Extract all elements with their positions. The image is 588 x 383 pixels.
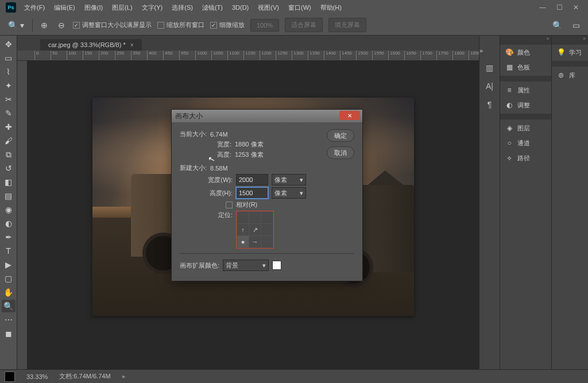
cur-width-label: 宽度:: [197, 140, 231, 149]
paragraph-panel-icon[interactable]: ¶: [488, 100, 492, 109]
close-tab-icon[interactable]: ×: [130, 42, 134, 48]
panel-properties[interactable]: ≡属性: [500, 83, 551, 98]
width-input[interactable]: [236, 174, 268, 185]
zoom-level[interactable]: 33.33%: [26, 373, 48, 380]
scrubby-zoom-label: 细微缩放: [219, 21, 245, 29]
color-swatch[interactable]: ◼: [2, 327, 16, 340]
panel-collapse-handle[interactable]: »: [500, 36, 551, 45]
menu-bar: Ps 文件(F) 编辑(E) 图像(I) 图层(L) 文字(Y) 选择(S) 滤…: [0, 0, 588, 15]
menu-window[interactable]: 窗口(W): [284, 1, 316, 14]
paths-icon: ⟡: [505, 153, 514, 163]
collapsed-panel-strip: » ▥ A| ¶: [479, 36, 500, 369]
divider: [32, 19, 33, 32]
panel-color[interactable]: 🎨颜色: [500, 45, 551, 60]
window-controls: — ☐ ✕: [539, 3, 586, 11]
close-button[interactable]: ✕: [573, 3, 579, 11]
history-brush-tool[interactable]: ↺: [2, 162, 16, 175]
blur-tool[interactable]: ◉: [2, 203, 16, 216]
cur-height-value: 1253 像素: [235, 150, 264, 159]
dodge-tool[interactable]: ◐: [2, 217, 16, 230]
maximize-button[interactable]: ☐: [556, 3, 563, 11]
fill-screen-button[interactable]: 填充屏幕: [328, 18, 366, 32]
character-panel-icon[interactable]: A|: [486, 82, 493, 91]
marquee-tool[interactable]: ▭: [2, 52, 16, 64]
panel-libraries[interactable]: ⊚库: [552, 68, 588, 83]
menu-image[interactable]: 图像(I): [80, 1, 107, 14]
menu-3d[interactable]: 3D(D): [227, 2, 253, 13]
relative-checkbox[interactable]: [226, 202, 233, 208]
panel-swatches[interactable]: ▦色板: [500, 60, 551, 75]
document-tab-title: car.jpeg @ 33.3%(RGB/8) *: [48, 41, 126, 48]
eyedropper-tool[interactable]: ✎: [2, 107, 16, 119]
panels-dock: » ▥ A| ¶ » 🎨颜色 ▦色板 ≡属性 ◐调整 ◈图层 ○通道 ⟡路径 »…: [479, 36, 588, 369]
resize-to-fit-check[interactable]: 调整窗口大小以满屏显示: [73, 21, 152, 29]
minimize-button[interactable]: —: [539, 3, 546, 11]
libraries-icon: ⊚: [556, 71, 566, 80]
gradient-tool[interactable]: ▤: [2, 189, 16, 202]
swatches-icon: ▦: [505, 63, 514, 72]
zoom-all-check[interactable]: 缩放所有窗口: [157, 21, 204, 29]
scrubby-zoom-check[interactable]: 细微缩放: [210, 21, 245, 29]
menu-help[interactable]: 帮助(H): [316, 1, 346, 14]
ok-button[interactable]: 确定: [327, 129, 354, 142]
dialog-title: 画布大小: [175, 111, 203, 121]
path-select-tool[interactable]: ▶: [2, 258, 16, 271]
pen-tool[interactable]: ✒: [2, 231, 16, 243]
edit-toolbar[interactable]: ⋯: [2, 314, 16, 326]
zoom-tool[interactable]: 🔍: [2, 300, 16, 312]
current-size-value: 6.74M: [210, 131, 228, 138]
workspace-icon[interactable]: ▭: [570, 20, 582, 31]
height-unit-select[interactable]: 像素▾: [272, 187, 306, 199]
menu-layer[interactable]: 图层(L): [107, 1, 137, 14]
cancel-button[interactable]: 取消: [327, 146, 354, 159]
zoom-in-icon[interactable]: ⊕: [38, 20, 50, 31]
dialog-close-button[interactable]: ✕: [339, 111, 360, 120]
zoom-tool-icon[interactable]: 🔍 ▾: [6, 20, 26, 31]
shape-tool[interactable]: ▢: [2, 272, 16, 285]
lasso-tool[interactable]: ⌇: [2, 65, 16, 78]
menu-view[interactable]: 视图(V): [253, 1, 284, 14]
menu-file[interactable]: 文件(F): [20, 1, 49, 14]
eraser-tool[interactable]: ◧: [2, 176, 16, 188]
document-tab[interactable]: car.jpeg @ 33.3%(RGB/8) * ×: [40, 39, 142, 51]
zoom-out-icon[interactable]: ⊖: [56, 20, 67, 31]
hand-tool[interactable]: ✋: [2, 286, 16, 299]
crop-tool[interactable]: ✂: [2, 93, 16, 106]
ruler-vertical: [17, 61, 28, 369]
menu-type[interactable]: 文字(Y): [137, 1, 168, 14]
doc-size[interactable]: 文档:6.74M/6.74M: [59, 372, 110, 381]
dialog-titlebar[interactable]: 画布大小 ✕: [172, 110, 362, 122]
panel-collapse-handle[interactable]: »: [552, 36, 588, 45]
brush-tool[interactable]: 🖌: [2, 134, 16, 147]
height-input[interactable]: [236, 187, 268, 199]
search-icon[interactable]: 🔍: [550, 20, 564, 31]
magic-wand-tool[interactable]: ✦: [2, 79, 16, 92]
panel-column-1: » 🎨颜色 ▦色板 ≡属性 ◐调整 ◈图层 ○通道 ⟡路径: [500, 36, 551, 369]
anchor-grid[interactable]: ↑↗ ●→: [236, 211, 274, 249]
ruler-horizontal: 0501001502002503504004509501000105011001…: [17, 51, 479, 61]
100pct-button[interactable]: 100%: [250, 19, 279, 32]
width-unit-select[interactable]: 像素▾: [272, 174, 306, 185]
panel-paths[interactable]: ⟡路径: [500, 150, 551, 165]
type-tool[interactable]: T: [2, 245, 16, 257]
menu-select[interactable]: 选择(S): [167, 1, 198, 14]
ext-color-swatch[interactable]: [272, 261, 281, 270]
history-panel-icon[interactable]: ▥: [486, 63, 493, 72]
foreground-swatch[interactable]: [5, 372, 15, 382]
clone-stamp-tool[interactable]: ⧉: [2, 148, 16, 161]
panel-layers[interactable]: ◈图层: [500, 121, 551, 136]
anchor-label: 定位:: [208, 211, 233, 219]
panel-adjustments[interactable]: ◐调整: [500, 98, 551, 113]
tools-panel: ✥ ▭ ⌇ ✦ ✂ ✎ ✚ 🖌 ⧉ ↺ ◧ ▤ ◉ ◐ ✒ T ▶ ▢ ✋ 🔍 …: [0, 36, 17, 369]
panel-channels[interactable]: ○通道: [500, 136, 551, 150]
move-tool[interactable]: ✥: [2, 38, 16, 51]
menu-edit[interactable]: 编辑(E): [49, 1, 80, 14]
menu-filter[interactable]: 滤镜(T): [198, 1, 227, 14]
panel-learn[interactable]: 💡学习: [552, 45, 588, 60]
fit-screen-button[interactable]: 适合屏幕: [285, 18, 323, 32]
ext-color-select[interactable]: 背景▾: [223, 260, 269, 271]
new-size-label: 新建大小:: [180, 164, 207, 172]
panel-collapse-handle[interactable]: »: [479, 47, 500, 54]
spot-heal-tool[interactable]: ✚: [2, 121, 16, 133]
adjustments-icon: ◐: [505, 100, 514, 110]
